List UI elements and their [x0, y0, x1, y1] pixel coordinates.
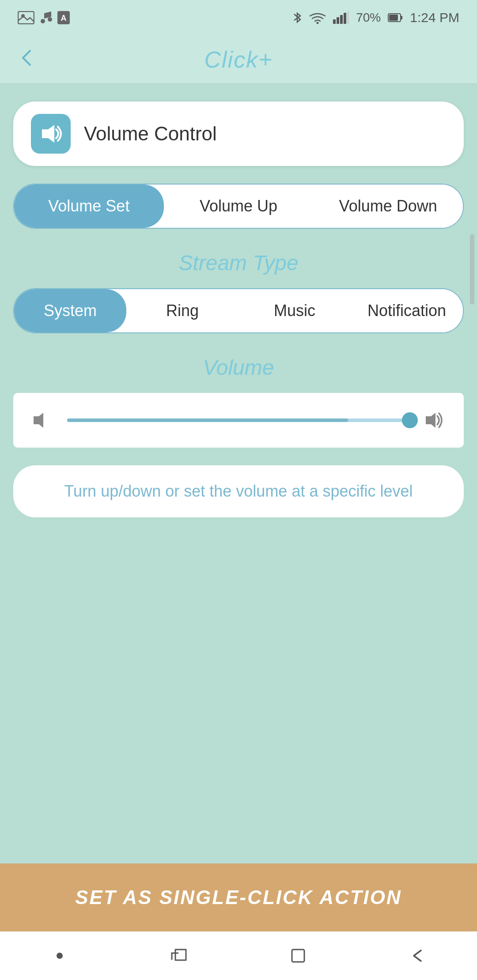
wifi-icon — [309, 11, 326, 24]
nav-home-button[interactable] — [280, 938, 316, 973]
music-icon — [40, 11, 52, 25]
volume-slider[interactable] — [67, 418, 410, 422]
description-text: Turn up/down or set the volume at a spec… — [64, 482, 413, 500]
slider-thumb[interactable] — [402, 412, 418, 428]
tab-system[interactable]: System — [14, 289, 126, 332]
nav-back-button[interactable] — [400, 938, 435, 973]
svg-rect-8 — [337, 17, 339, 24]
svg-rect-10 — [344, 13, 346, 24]
bluetooth-icon — [292, 11, 302, 25]
tab-volume-set[interactable]: Volume Set — [14, 185, 164, 228]
nav-recents-button[interactable] — [161, 938, 197, 973]
volume-speaker-icon — [38, 121, 63, 146]
scrollbar — [470, 234, 474, 305]
action-tab-group[interactable]: Volume Set Volume Up Volume Down — [13, 184, 464, 229]
svg-point-6 — [317, 22, 319, 24]
tab-volume-up[interactable]: Volume Up — [164, 185, 314, 228]
battery-icon — [388, 13, 403, 23]
battery-percent: 70% — [356, 11, 381, 25]
volume-control-card: Volume Control — [13, 102, 464, 166]
app-title: Click+ — [204, 46, 273, 73]
svg-rect-13 — [401, 16, 402, 19]
volume-card-icon — [31, 114, 71, 154]
a-icon: A — [57, 11, 70, 24]
back-button[interactable] — [18, 47, 35, 72]
top-nav: Click+ — [0, 35, 477, 84]
tab-music[interactable]: Music — [238, 289, 351, 332]
volume-low-icon — [31, 409, 54, 432]
volume-control-title: Volume Control — [84, 123, 217, 145]
svg-rect-11 — [347, 11, 349, 24]
tab-volume-down[interactable]: Volume Down — [313, 185, 463, 228]
svg-rect-0 — [18, 11, 34, 24]
svg-rect-7 — [333, 19, 336, 24]
set-single-click-action-button[interactable]: SET AS SINGLE-CLICK ACTION — [0, 863, 477, 931]
svg-point-3 — [48, 17, 52, 22]
svg-marker-16 — [34, 413, 43, 428]
signal-icon — [333, 11, 349, 24]
svg-rect-19 — [292, 950, 304, 962]
status-icons-left: A — [18, 11, 70, 25]
volume-slider-row — [13, 393, 464, 448]
svg-point-2 — [41, 19, 45, 23]
description-box: Turn up/down or set the volume at a spec… — [13, 465, 464, 517]
status-bar: A 70% 1:24 PM — [0, 0, 477, 35]
system-nav-bar — [0, 931, 477, 980]
tab-ring[interactable]: Ring — [126, 289, 238, 332]
status-time: 1:24 PM — [410, 10, 459, 25]
stream-type-label: Stream Type — [13, 251, 464, 275]
svg-rect-9 — [340, 15, 343, 24]
tab-notification[interactable]: Notification — [351, 289, 463, 332]
svg-marker-15 — [42, 125, 54, 143]
volume-high-icon — [423, 409, 446, 432]
main-content: Volume Control Volume Set Volume Up Volu… — [0, 84, 477, 863]
svg-rect-14 — [389, 15, 398, 21]
stream-tab-group[interactable]: System Ring Music Notification — [13, 288, 464, 333]
svg-text:A: A — [61, 14, 67, 23]
image-icon — [18, 11, 34, 24]
status-right: 70% 1:24 PM — [292, 10, 459, 25]
svg-marker-17 — [426, 413, 435, 428]
slider-track — [67, 418, 348, 422]
svg-point-18 — [57, 953, 63, 959]
nav-recent-button[interactable] — [42, 938, 77, 973]
spacer — [13, 535, 464, 846]
volume-label: Volume — [13, 355, 464, 380]
